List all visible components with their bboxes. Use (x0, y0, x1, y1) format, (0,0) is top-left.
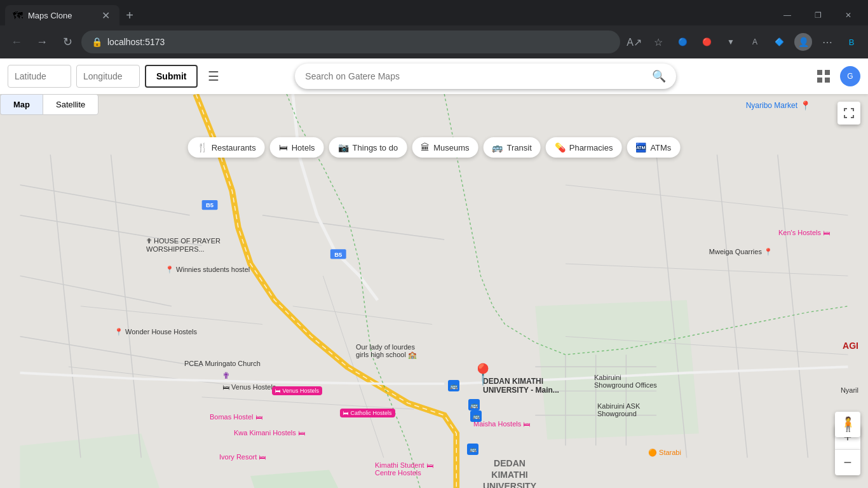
app-container: Submit ☰ 🔍 G Map Satellite (0, 58, 868, 488)
navigation-bar: ← → ↻ 🔒 localhost:5173 A↗ ☆ 🔵 🔴 ▼ A 🔷 👤 … (0, 25, 868, 58)
venus-hostels-icon: 🛏 Venus Hostels (272, 386, 322, 395)
ext4-icon[interactable]: A (743, 30, 766, 53)
more-button[interactable]: ⋯ (816, 30, 839, 53)
transit-label: Transit (506, 143, 531, 152)
hotels-pill[interactable]: 🛏 Hotels (270, 137, 324, 158)
atms-label: ATMs (650, 143, 671, 152)
search-button[interactable]: 🔍 (652, 69, 666, 83)
profile-icon[interactable]: 👤 (792, 30, 815, 53)
things-to-do-label: Things to do (353, 143, 398, 152)
longitude-input[interactable] (76, 65, 140, 88)
ext2-icon[interactable]: 🔴 (695, 30, 718, 53)
ivory-label: Ivory Resort 🛏 (219, 453, 266, 461)
restaurants-icon: 🍴 (197, 142, 208, 152)
security-icon: 🔒 (92, 37, 102, 47)
top-bar: Submit ☰ 🔍 G (0, 58, 868, 94)
hamburger-menu[interactable]: ☰ (203, 64, 224, 89)
bomas-label: Bomas Hostel 🛏 (210, 413, 262, 421)
tab-favicon: 🗺 (13, 10, 23, 20)
svg-text:B5: B5 (334, 251, 342, 258)
things-to-do-icon: 📷 (338, 142, 349, 152)
bus-stop-4: 🚌 (467, 444, 478, 455)
address-bar[interactable]: 🔒 localhost:5173 (81, 30, 620, 53)
minimize-button[interactable]: — (773, 5, 802, 25)
hotels-label: Hotels (292, 143, 315, 152)
bing-icon[interactable]: B (840, 30, 863, 53)
map-type-bar: Map Satellite (0, 94, 98, 115)
tab-bar: 🗺 Maps Clone ✕ + — ❐ ✕ (0, 0, 868, 25)
main-map-pin[interactable]: 📍 (470, 364, 496, 384)
address-text: localhost:5173 (107, 37, 610, 47)
star-icon[interactable]: ☆ (647, 30, 670, 53)
active-tab[interactable]: 🗺 Maps Clone ✕ (5, 5, 119, 25)
search-input[interactable] (305, 71, 647, 81)
map-view-button[interactable]: Map (0, 94, 43, 115)
pharmacies-pill[interactable]: 💊 Pharmacies (546, 137, 622, 158)
latitude-input[interactable] (8, 65, 71, 88)
bus-stop-1: 🚌 (448, 380, 459, 391)
kimathi-hostels-label: Kimathi Student 🛏Centre Hostels (375, 461, 433, 477)
nav-icons: A↗ ☆ 🔵 🔴 ▼ A 🔷 👤 ⋯ B (623, 30, 863, 53)
category-bar: 🍴 Restaurants 🛏 Hotels 📷 Things to do 🏛 … (188, 132, 681, 163)
window-controls: — ❐ ✕ (773, 5, 863, 25)
ext3-icon[interactable]: ▼ (719, 30, 742, 53)
things-to-do-pill[interactable]: 📷 Things to do (329, 137, 407, 158)
map-area[interactable]: B5 B5 Nyaribo Market 📍 ✟ HOUSE OF PRAYER… (0, 94, 868, 488)
pegman-button[interactable]: 🧍 (835, 412, 860, 437)
maximize-button[interactable]: ❐ (803, 5, 832, 25)
zoom-out-button[interactable]: − (835, 450, 860, 475)
apps-grid-icon[interactable] (812, 65, 835, 88)
museums-icon: 🏛 (421, 142, 430, 152)
atms-icon: 🏧 (635, 142, 646, 152)
svg-text:B5: B5 (206, 201, 214, 208)
church-icon: ✟ (222, 370, 230, 381)
transit-icon: 🚌 (492, 142, 503, 152)
map-controls: 🧍 (835, 412, 860, 437)
atms-pill[interactable]: 🏧 ATMs (627, 137, 680, 158)
svg-rect-0 (817, 70, 822, 75)
close-button[interactable]: ✕ (834, 5, 863, 25)
translate-icon[interactable]: A↗ (623, 30, 646, 53)
svg-rect-3 (825, 78, 830, 83)
satellite-view-button[interactable]: Satellite (43, 94, 98, 115)
svg-rect-2 (817, 78, 822, 83)
submit-button[interactable]: Submit (145, 65, 198, 88)
back-button[interactable]: ← (5, 30, 28, 53)
nyaribo-market-label[interactable]: Nyaribo Market 📍 (746, 100, 811, 111)
svg-rect-1 (825, 70, 830, 75)
kwa-kimani-label: Kwa Kimani Hostels 🛏 (234, 429, 305, 437)
ext1-icon[interactable]: 🔵 (671, 30, 694, 53)
bus-stop-2: 🚌 (468, 399, 480, 410)
museums-pill[interactable]: 🏛 Museums (412, 137, 478, 158)
fullscreen-button[interactable] (837, 102, 860, 125)
top-right-controls: G (812, 65, 860, 88)
restaurants-label: Restaurants (212, 143, 256, 152)
forward-button[interactable]: → (31, 30, 53, 53)
user-avatar[interactable]: G (840, 66, 860, 86)
museums-label: Museums (433, 143, 469, 152)
search-bar: 🔍 (295, 64, 676, 89)
transit-pill[interactable]: 🚌 Transit (483, 137, 540, 158)
tab-title: Maps Clone (28, 11, 94, 20)
maisha-label: Maisha Hostels 🛏 (473, 420, 530, 428)
refresh-button[interactable]: ↻ (56, 30, 79, 53)
tab-close-button[interactable]: ✕ (99, 9, 112, 22)
bus-stop-3: 🚌 (470, 410, 482, 422)
restaurants-pill[interactable]: 🍴 Restaurants (188, 137, 265, 158)
new-tab-button[interactable]: + (121, 6, 139, 24)
catholic-hostels-icon: 🛏 Catholic Hostels (340, 409, 395, 417)
pharmacies-icon: 💊 (555, 142, 566, 152)
ext5-icon[interactable]: 🔷 (768, 30, 790, 53)
hotels-icon: 🛏 (279, 142, 288, 152)
pharmacies-label: Pharmacies (569, 143, 613, 152)
